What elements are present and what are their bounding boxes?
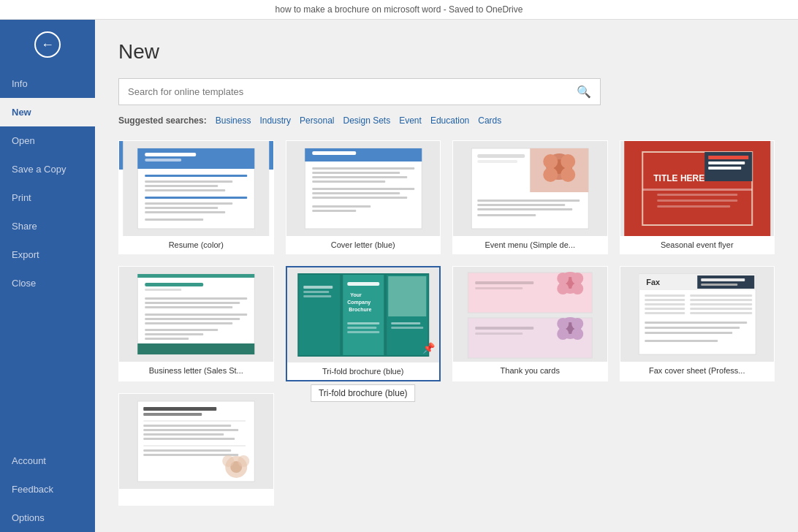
svg-rect-57 bbox=[137, 343, 254, 354]
svg-rect-41 bbox=[477, 214, 536, 216]
template-label: Fax cover sheet (Profess... bbox=[620, 362, 775, 379]
title-bar: how to make a brochure on microsoft word… bbox=[0, 0, 798, 20]
svg-rect-120 bbox=[690, 308, 752, 310]
template-label: Tri-fold brochure (blue) bbox=[287, 362, 440, 380]
svg-rect-46 bbox=[708, 156, 748, 159]
svg-rect-3 bbox=[145, 153, 196, 156]
svg-rect-53 bbox=[657, 205, 730, 208]
template-thumb: Fax bbox=[620, 267, 775, 362]
svg-rect-64 bbox=[145, 318, 240, 320]
suggested-link-education[interactable]: Education bbox=[430, 115, 469, 126]
svg-rect-62 bbox=[145, 306, 232, 308]
search-input[interactable] bbox=[119, 80, 568, 103]
svg-rect-68 bbox=[145, 338, 189, 340]
suggested-link-cards[interactable]: Cards bbox=[478, 115, 501, 126]
template-label: Cover letter (blue) bbox=[286, 236, 441, 254]
sidebar-item-open[interactable]: Open bbox=[0, 126, 95, 155]
search-button[interactable]: 🔍 bbox=[568, 79, 600, 104]
template-thank-you-cards[interactable]: Thank you cards bbox=[452, 266, 608, 381]
svg-rect-6 bbox=[145, 180, 232, 183]
template-label: Thank you cards bbox=[453, 362, 607, 379]
svg-point-91 bbox=[557, 273, 569, 284]
sidebar-item-label: Print bbox=[12, 192, 31, 203]
svg-rect-96 bbox=[475, 287, 522, 289]
svg-rect-81 bbox=[347, 322, 379, 324]
svg-rect-82 bbox=[347, 327, 376, 329]
svg-rect-9 bbox=[145, 197, 247, 199]
svg-text:Your: Your bbox=[350, 292, 362, 297]
svg-rect-51 bbox=[657, 194, 737, 196]
svg-rect-114 bbox=[690, 294, 752, 297]
svg-rect-110 bbox=[697, 276, 754, 289]
svg-rect-130 bbox=[143, 413, 202, 416]
svg-rect-118 bbox=[690, 303, 752, 305]
svg-rect-136 bbox=[143, 445, 246, 446]
sidebar-item-export[interactable]: Export bbox=[0, 240, 95, 269]
template-fax-cover-sheet[interactable]: Fax bbox=[620, 266, 775, 381]
template-label: Business letter (Sales St... bbox=[119, 362, 273, 379]
sidebar-item-label: Account bbox=[12, 455, 46, 466]
svg-point-142 bbox=[238, 455, 249, 467]
svg-rect-7 bbox=[145, 185, 218, 187]
template-trifold-brochure-blue[interactable]: Your Company Brochure Tri-fold brochure … bbox=[286, 266, 441, 381]
sidebar-item-label: Feedback bbox=[12, 484, 53, 495]
suggested-link-design-sets[interactable]: Design Sets bbox=[343, 115, 390, 126]
sidebar-item-label: Save a Copy bbox=[12, 164, 66, 175]
svg-rect-116 bbox=[690, 299, 752, 301]
template-event-menu-simple[interactable]: Event menu (Simple de... bbox=[452, 140, 608, 254]
template-wedding-calendar[interactable] bbox=[118, 393, 274, 506]
template-thumb bbox=[453, 267, 607, 362]
sidebar-item-feedback[interactable]: Feedback bbox=[0, 475, 95, 503]
svg-rect-67 bbox=[145, 333, 203, 335]
svg-text:TITLE HERE: TITLE HERE bbox=[653, 173, 704, 183]
template-thumb: Your Company Brochure bbox=[287, 267, 440, 362]
svg-rect-77 bbox=[347, 282, 379, 286]
sidebar: ← Info New Open Save a Copy Print Share … bbox=[0, 20, 95, 532]
template-seasonal-event-flyer[interactable]: TITLE HERE Seasonal event flyer bbox=[620, 140, 775, 254]
template-cover-letter-blue[interactable]: Cover letter (blue) bbox=[286, 140, 441, 254]
template-resume-color[interactable]: Resume (color) bbox=[118, 140, 274, 254]
svg-rect-26 bbox=[312, 210, 356, 212]
svg-rect-119 bbox=[645, 308, 685, 310]
suggested-link-event[interactable]: Event bbox=[399, 115, 422, 126]
svg-rect-17 bbox=[312, 151, 356, 155]
sidebar-item-info[interactable]: Info bbox=[0, 69, 95, 98]
svg-rect-11 bbox=[145, 207, 218, 209]
sidebar-item-share[interactable]: Share bbox=[0, 212, 95, 240]
sidebar-item-print[interactable]: Print bbox=[0, 183, 95, 212]
svg-rect-24 bbox=[312, 197, 407, 199]
template-thumb bbox=[119, 394, 273, 489]
sidebar-item-label: Export bbox=[12, 249, 39, 260]
sidebar-item-account[interactable]: Account bbox=[0, 446, 95, 475]
svg-rect-117 bbox=[645, 303, 685, 305]
sidebar-item-new[interactable]: New bbox=[0, 98, 95, 126]
svg-rect-131 bbox=[143, 420, 246, 422]
template-business-letter-sales[interactable]: Business letter (Sales St... bbox=[118, 266, 274, 381]
template-label: Seasonal event flyer bbox=[620, 236, 775, 254]
svg-rect-58 bbox=[145, 283, 203, 286]
svg-rect-18 bbox=[312, 167, 414, 170]
suggested-link-personal[interactable]: Personal bbox=[300, 115, 334, 126]
sidebar-item-save-copy[interactable]: Save a Copy bbox=[0, 155, 95, 183]
title-text: how to make a brochure on microsoft word… bbox=[276, 4, 523, 15]
svg-point-100 bbox=[557, 318, 569, 330]
template-label: Resume (color) bbox=[119, 236, 273, 254]
svg-rect-13 bbox=[145, 218, 203, 221]
sidebar-item-close[interactable]: Close bbox=[0, 269, 95, 297]
sidebar-item-options[interactable]: Options bbox=[0, 503, 95, 532]
template-label bbox=[119, 489, 273, 505]
suggested-link-industry[interactable]: Industry bbox=[259, 115, 291, 126]
svg-text:Brochure: Brochure bbox=[349, 307, 371, 312]
svg-rect-48 bbox=[708, 167, 741, 170]
svg-rect-125 bbox=[645, 332, 732, 334]
svg-rect-50 bbox=[642, 189, 752, 191]
svg-rect-65 bbox=[145, 322, 232, 324]
search-icon: 🔍 bbox=[577, 86, 591, 98]
svg-rect-23 bbox=[312, 192, 400, 194]
back-button[interactable]: ← bbox=[0, 20, 95, 69]
suggested-link-business[interactable]: Business bbox=[216, 115, 251, 126]
svg-rect-36 bbox=[477, 154, 525, 158]
template-thumb bbox=[453, 141, 607, 236]
svg-rect-66 bbox=[145, 329, 218, 331]
svg-rect-74 bbox=[303, 286, 332, 289]
